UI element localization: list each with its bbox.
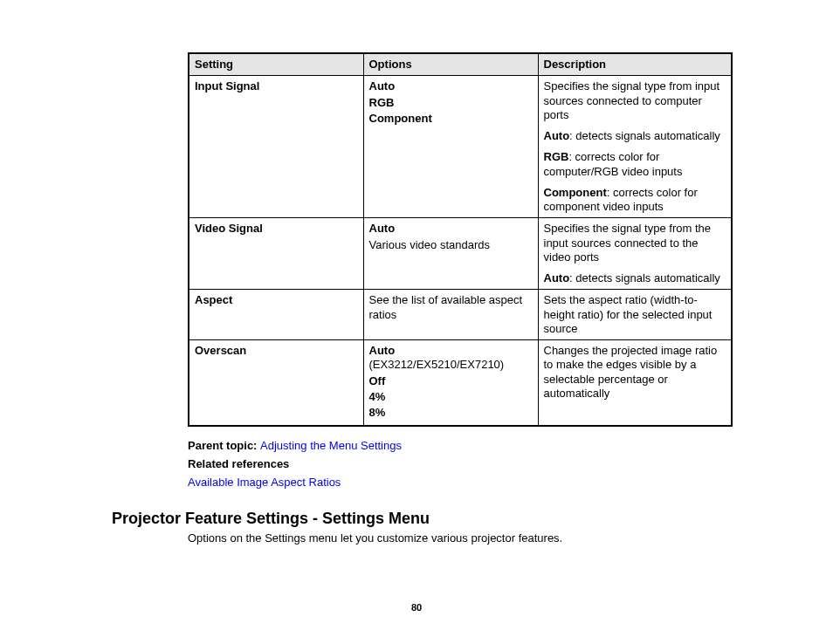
setting-name: Video Signal <box>195 222 263 235</box>
table-row: Aspect See the list of available aspect … <box>189 290 732 340</box>
description-cell: Specifies the signal type from input sou… <box>538 76 732 218</box>
parent-topic-label: Parent topic: <box>188 439 260 452</box>
settings-table: Setting Options Description Input Signal… <box>188 52 733 427</box>
page-number: 80 <box>0 602 833 613</box>
table-row: Overscan Auto (EX3212/EX5210/EX7210) Off… <box>189 340 732 427</box>
options-cell: Auto (EX3212/EX5210/EX7210) Off 4% 8% <box>363 340 538 427</box>
options-cell: See the list of available aspect ratios <box>363 290 538 340</box>
description-cell: Changes the projected image ratio to mak… <box>538 340 732 427</box>
table-header-row: Setting Options Description <box>189 53 732 76</box>
section-heading: Projector Feature Settings - Settings Me… <box>112 510 733 528</box>
options-cell: Auto Various video standards <box>363 218 538 290</box>
header-description: Description <box>538 53 732 76</box>
setting-name: Aspect <box>195 293 232 306</box>
section-description: Options on the Settings menu let you cus… <box>112 531 733 545</box>
setting-name: Input Signal <box>195 79 259 92</box>
table-row: Input Signal Auto RGB Component Specifie… <box>189 76 732 218</box>
related-reference-link[interactable]: Available Image Aspect Ratios <box>188 476 341 489</box>
parent-topic-block: Parent topic: Adjusting the Menu Setting… <box>188 437 733 491</box>
header-setting: Setting <box>189 53 363 76</box>
options-cell: Auto RGB Component <box>363 76 538 218</box>
table-row: Video Signal Auto Various video standard… <box>189 218 732 290</box>
description-cell: Sets the aspect ratio (width-to-height r… <box>538 290 732 340</box>
related-references-label: Related references <box>188 457 289 470</box>
setting-name: Overscan <box>195 344 246 357</box>
description-cell: Specifies the signal type from the input… <box>538 218 732 290</box>
header-options: Options <box>363 53 538 76</box>
parent-topic-link[interactable]: Adjusting the Menu Settings <box>260 439 402 452</box>
